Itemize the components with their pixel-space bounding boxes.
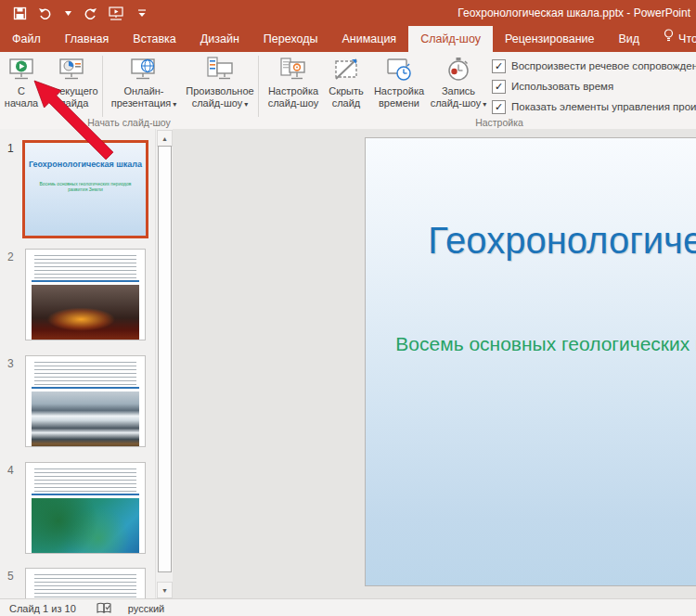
dropdown-arrow-icon: ▾ — [483, 100, 486, 109]
hide-slide-icon — [332, 54, 360, 83]
powerpoint-window: Геохронологическая шкала.pptx - PowerPoi… — [0, 0, 696, 616]
from-current-slide-button[interactable]: С текущего слайда — [43, 54, 100, 115]
custom-slideshow-icon — [206, 54, 234, 83]
snowy-landscape-image — [32, 391, 139, 447]
slide-thumbnail-panel: 1 Геохронологическая шкала Восемь основн… — [0, 129, 173, 598]
slide-thumbnail-1[interactable]: Геохронологическая шкала Восемь основных… — [22, 140, 148, 238]
language-indicator[interactable]: русский — [128, 603, 164, 614]
rehearse-timings-icon — [385, 54, 413, 83]
slide-thumbnail-2[interactable] — [25, 249, 146, 340]
slide-indicator: Слайд 1 из 10 — [9, 603, 76, 614]
hide-slide-button[interactable]: Скрыть слайд — [325, 54, 367, 115]
thumb-text-block — [34, 468, 136, 492]
play-narrations-label: Воспроизвести речевое сопровождение — [511, 60, 696, 71]
checkbox-checked-icon: ✓ — [492, 100, 506, 114]
custom-slideshow-button[interactable]: Произвольное слайд-шоу▾ — [184, 54, 256, 115]
use-timings-label: Использовать время — [511, 81, 613, 92]
tab-transitions[interactable]: Переходы — [251, 26, 330, 52]
rehearse-timings-button[interactable]: Настройка времени — [369, 54, 429, 115]
redo-icon[interactable] — [82, 4, 98, 22]
save-icon[interactable] — [11, 4, 28, 22]
use-timings-checkbox[interactable]: ✓ Использовать время — [492, 76, 696, 96]
slide-number: 1 — [7, 142, 20, 155]
slide-number: 3 — [7, 357, 20, 370]
ribbon-tab-bar: Файл Главная Вставка Дизайн Переходы Ани… — [0, 26, 696, 52]
tell-me-label: Что вы хотите с — [678, 26, 696, 52]
thumb-text-block — [34, 362, 136, 385]
undo-dropdown-icon[interactable] — [63, 4, 72, 22]
tab-view[interactable]: Вид — [606, 26, 651, 52]
slide-title-text[interactable]: Геохронологическая шкала — [366, 218, 696, 263]
scroll-down-icon[interactable]: ▼ — [157, 582, 173, 598]
thumbnail-scrollbar[interactable]: ▲ ▼ — [155, 129, 172, 598]
tab-home[interactable]: Главная — [53, 26, 122, 52]
setup-slideshow-label: Настройка слайд-шоу — [268, 85, 319, 109]
scrollbar-thumb[interactable] — [158, 146, 172, 572]
underwater-plants-image — [32, 498, 139, 554]
ribbon-separator — [102, 56, 103, 117]
show-media-controls-label: Показать элементы управления проигры — [511, 101, 696, 112]
slide-1-preview: Геохронологическая шкала Восемь основных… — [25, 143, 146, 236]
slide-thumbnail-4[interactable] — [25, 462, 146, 554]
record-slideshow-icon — [445, 54, 472, 83]
content-area: 1 Геохронологическая шкала Восемь основн… — [0, 129, 696, 598]
thumb-divider-line — [32, 387, 139, 389]
current-slide-canvas[interactable]: Геохронологическая шкала Восемь основных… — [365, 137, 696, 586]
spell-check-icon[interactable] — [97, 602, 111, 614]
record-slideshow-label: Запись слайд-шоу — [431, 85, 482, 109]
tab-review[interactable]: Рецензирование — [493, 26, 607, 52]
slide-editor-area: Геохронологическая шкала Восемь основных… — [173, 129, 696, 598]
record-slideshow-button[interactable]: Запись слайд-шоу▾ — [429, 54, 488, 115]
tab-slideshow[interactable]: Слайд-шоу — [408, 26, 493, 52]
scroll-up-icon[interactable]: ▲ — [157, 130, 173, 147]
from-current-slide-label: С текущего слайда — [45, 85, 97, 109]
group-label-setup: Настройка — [444, 117, 555, 128]
quick-access-toolbar — [0, 4, 150, 22]
tab-tell-me[interactable]: Что вы хотите с — [651, 26, 696, 52]
checkbox-checked-icon: ✓ — [492, 80, 506, 94]
slide-number: 4 — [7, 464, 20, 477]
tab-insert[interactable]: Вставка — [121, 26, 187, 52]
lightbulb-icon — [664, 26, 674, 52]
customize-quick-access-icon[interactable] — [134, 4, 150, 22]
slideshow-options: ✓ Воспроизвести речевое сопровождение ✓ … — [492, 56, 696, 117]
hide-slide-label: Скрыть слайд — [329, 85, 364, 109]
thumb-text-block — [34, 255, 136, 278]
ribbon-slideshow: С начала С текущего слайда Онлайн-презен… — [0, 52, 696, 130]
slide-number: 5 — [7, 570, 20, 583]
volcano-eruption-image — [32, 285, 139, 340]
online-presentation-icon — [130, 54, 158, 83]
dropdown-arrow-icon: ▾ — [173, 100, 176, 109]
group-label-start-slideshow: Начать слайд-шоу — [64, 117, 194, 128]
setup-slideshow-icon — [279, 54, 307, 83]
thumb-divider-line — [32, 280, 139, 282]
ribbon-separator — [258, 56, 259, 117]
slide-subtitle-text[interactable]: Восемь основных геологических периодов р… — [366, 330, 696, 357]
slide-thumbnail-5[interactable] — [25, 568, 146, 598]
tab-design[interactable]: Дизайн — [188, 26, 251, 52]
online-presentation-label: Онлайн-презентация — [111, 85, 172, 109]
start-from-beginning-icon — [7, 54, 35, 83]
tab-animations[interactable]: Анимация — [329, 26, 408, 52]
slide-number: 2 — [7, 250, 20, 263]
tab-file[interactable]: Файл — [0, 26, 53, 52]
setup-slideshow-button[interactable]: Настройка слайд-шоу — [262, 54, 325, 115]
from-beginning-button[interactable]: С начала — [2, 54, 41, 115]
window-title: Геохронологическая шкала.pptx - PowerPoi… — [458, 0, 690, 26]
thumb-slide-subtitle: Восемь основных геологических периодов р… — [37, 181, 134, 192]
from-current-slide-icon — [58, 54, 85, 83]
dropdown-arrow-icon: ▾ — [244, 100, 248, 109]
online-presentation-button[interactable]: Онлайн-презентация▾ — [106, 54, 182, 115]
rehearse-timings-label: Настройка времени — [374, 85, 424, 109]
thumb-slide-title: Геохронологическая шкала — [25, 143, 146, 170]
undo-icon[interactable] — [37, 4, 54, 22]
start-slideshow-icon[interactable] — [108, 4, 124, 22]
title-bar: Геохронологическая шкала.pptx - PowerPoi… — [0, 0, 696, 26]
thumb-divider-line — [32, 494, 139, 495]
play-narrations-checkbox[interactable]: ✓ Воспроизвести речевое сопровождение — [492, 56, 696, 76]
from-beginning-label: С начала — [5, 85, 38, 109]
show-media-controls-checkbox[interactable]: ✓ Показать элементы управления проигры — [492, 96, 696, 117]
slide-thumbnail-3[interactable] — [25, 355, 146, 447]
checkbox-checked-icon: ✓ — [492, 59, 506, 73]
thumb-text-block — [34, 574, 136, 597]
